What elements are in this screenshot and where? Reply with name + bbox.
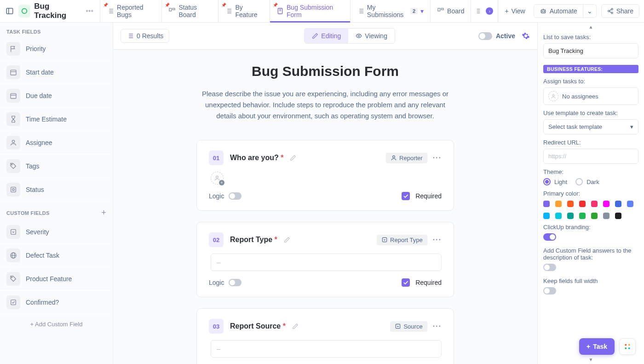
chevron-down-icon: ▾ <box>630 123 633 130</box>
editing-mode-button[interactable]: Editing <box>305 29 348 43</box>
list-save-input[interactable] <box>543 43 638 58</box>
theme-light-radio[interactable] <box>543 178 551 185</box>
add-custom-field-plus-button[interactable]: + <box>101 208 106 218</box>
branding-toggle[interactable] <box>543 233 556 241</box>
field-item-tags[interactable]: Tags <box>0 155 113 178</box>
gear-icon[interactable] <box>522 32 530 40</box>
question-more-button[interactable]: ··· <box>433 322 442 330</box>
sidebar-collapse-button[interactable] <box>5 6 15 17</box>
color-swatch[interactable] <box>567 213 574 219</box>
tab-label: Status Board <box>178 4 212 18</box>
list-icon <box>126 32 134 40</box>
color-swatch[interactable] <box>543 201 550 207</box>
list-title[interactable]: Bug Tracking <box>34 2 80 20</box>
automate-dropdown-button[interactable]: ⌄ <box>583 4 597 18</box>
field-label: Priority <box>26 45 46 52</box>
color-swatch[interactable] <box>555 213 562 219</box>
fullwidth-toggle[interactable] <box>543 287 556 295</box>
question-title[interactable]: Who are you? * <box>230 154 283 162</box>
tab-by-feature[interactable]: 📌 By Feature <box>218 0 270 23</box>
required-checkbox[interactable] <box>402 278 410 287</box>
question-more-button[interactable]: ··· <box>433 154 442 162</box>
color-swatch[interactable] <box>591 201 598 207</box>
question-title[interactable]: Report Type * <box>230 236 277 244</box>
color-swatch[interactable] <box>579 213 586 219</box>
color-swatch[interactable] <box>579 201 586 207</box>
theme-dark-radio[interactable] <box>575 178 583 185</box>
active-toggle[interactable] <box>478 32 492 40</box>
assignee-placeholder[interactable] <box>211 172 224 185</box>
svg-point-24 <box>542 11 542 12</box>
color-swatch[interactable] <box>615 213 621 219</box>
pencil-icon[interactable] <box>284 237 290 243</box>
required-label: Required <box>415 192 442 200</box>
question-card-2[interactable]: 02 Report Type * Report Type ··· – <box>196 222 454 297</box>
field-item-product-feature[interactable]: Product Feature <box>0 267 113 291</box>
share-label: Share <box>616 7 633 15</box>
tab-reported-bugs[interactable]: 📌 Reported Bugs <box>100 0 161 23</box>
dropdown-placeholder[interactable]: – <box>211 254 442 271</box>
mode-switch: Editing Viewing <box>304 28 395 44</box>
question-card-3[interactable]: 03 Report Source * Source ··· – <box>196 308 454 364</box>
new-task-fab[interactable]: + Task <box>579 338 615 355</box>
share-button[interactable]: Share <box>601 4 639 18</box>
field-item-severity[interactable]: Severity <box>0 220 113 244</box>
add-view-button[interactable]: + View <box>498 0 531 23</box>
list-menu-button[interactable]: ••• <box>84 7 95 15</box>
form-title[interactable]: Bug Submission Form <box>113 64 537 79</box>
color-swatch[interactable] <box>591 213 598 219</box>
color-swatch[interactable] <box>603 201 610 207</box>
tab-status-board[interactable]: 📌 Status Board <box>161 0 218 23</box>
field-item-assignee[interactable]: Assignee <box>0 131 113 155</box>
question-more-button[interactable]: ··· <box>433 236 442 244</box>
form-canvas[interactable]: Bug Submission Form Please describe the … <box>113 50 537 364</box>
automate-button[interactable]: Automate <box>534 4 583 18</box>
field-item-priority[interactable]: Priority <box>0 37 113 61</box>
tab-my-submissions[interactable]: My Submissions 2 ▾ <box>350 0 430 23</box>
logic-toggle[interactable] <box>229 279 242 286</box>
list-save-label: List to save tasks: <box>543 34 638 40</box>
dropdown-placeholder[interactable]: – <box>211 340 442 358</box>
tab-bug-submission-form[interactable]: 📌 Bug Submission Form <box>270 0 350 23</box>
field-tag[interactable]: Report Type <box>377 235 427 245</box>
scroll-down-indicator[interactable]: ▼ <box>589 357 593 362</box>
add-custom-field-button[interactable]: + Add Custom Field <box>0 314 113 334</box>
question-title[interactable]: Report Source * <box>230 322 286 330</box>
field-tag[interactable]: Source <box>390 321 427 332</box>
add-view-label: View <box>512 7 525 15</box>
eye-icon <box>356 33 362 39</box>
results-button[interactable]: 0 Results <box>121 29 169 43</box>
cf-desc-toggle[interactable] <box>543 264 556 271</box>
field-item-due-date[interactable]: Due date <box>0 84 113 108</box>
viewing-mode-button[interactable]: Viewing <box>348 29 395 43</box>
pin-icon: 📌 <box>273 3 278 7</box>
color-swatch[interactable] <box>627 201 633 207</box>
question-card-1[interactable]: 01 Who are you? * Reporter ··· <box>196 140 454 211</box>
color-swatch[interactable] <box>555 201 562 207</box>
scroll-up-indicator[interactable]: ▲ <box>589 24 593 29</box>
tab-board[interactable]: Board <box>430 0 471 23</box>
redirect-url-input[interactable] <box>543 149 638 164</box>
pencil-icon[interactable] <box>292 323 299 329</box>
field-item-status[interactable]: Status <box>0 178 113 202</box>
svg-rect-32 <box>11 70 16 75</box>
field-item-defect-task[interactable]: Defect Task <box>0 244 113 267</box>
field-item-time-estimate[interactable]: Time Estimate <box>0 108 113 131</box>
tab-overflow[interactable]: › <box>471 0 498 23</box>
color-swatch[interactable] <box>567 201 574 207</box>
template-select[interactable]: Select task template ▾ <box>543 119 638 134</box>
apps-fab[interactable] <box>619 338 636 355</box>
required-checkbox[interactable] <box>402 192 410 200</box>
assign-tasks-input[interactable]: No assignees <box>543 87 638 105</box>
pencil-icon[interactable] <box>290 155 296 161</box>
color-swatch[interactable] <box>543 213 550 219</box>
field-item-confirmed[interactable]: Confirmed? <box>0 291 113 314</box>
form-description[interactable]: Please describe the issue you are experi… <box>196 88 454 121</box>
logic-toggle[interactable] <box>229 192 242 200</box>
field-tag[interactable]: Reporter <box>386 153 427 163</box>
svg-point-28 <box>608 10 610 12</box>
color-swatch[interactable] <box>603 213 610 219</box>
color-swatch[interactable] <box>615 201 621 207</box>
question-number: 02 <box>209 232 224 247</box>
field-item-start-date[interactable]: Start date <box>0 61 113 84</box>
